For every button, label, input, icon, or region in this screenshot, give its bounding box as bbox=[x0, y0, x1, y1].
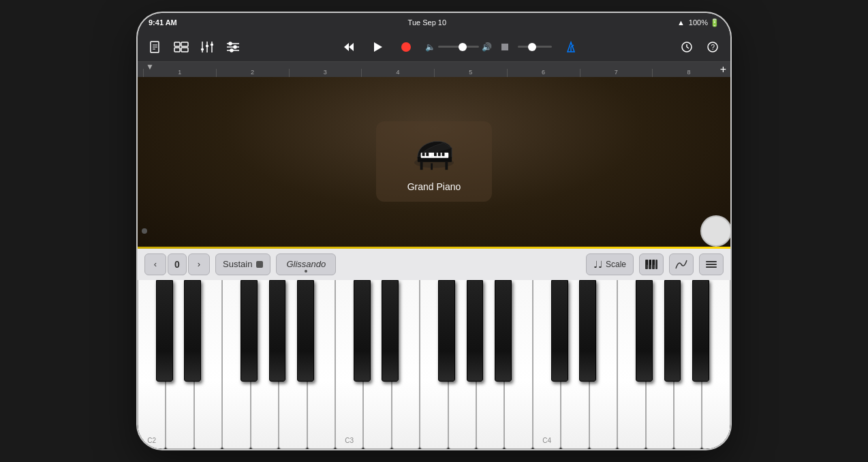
toolbar-right: ? bbox=[677, 37, 722, 57]
instrument-name: Grand Piano bbox=[407, 181, 461, 192]
svg-rect-5 bbox=[174, 48, 180, 52]
mixer-button[interactable] bbox=[198, 37, 217, 57]
black-key-Ds3[interactable] bbox=[382, 280, 399, 382]
status-time: 9:41 AM bbox=[149, 18, 177, 27]
sustain-button[interactable]: Sustain bbox=[215, 253, 270, 275]
black-key-Fs3[interactable] bbox=[438, 280, 455, 382]
octave-prev-button[interactable]: ‹ bbox=[144, 253, 166, 275]
rewind-button[interactable] bbox=[339, 37, 358, 57]
controls-bar: ‹ 0 › Sustain Glissando ♩♩ Scale bbox=[138, 249, 730, 280]
black-key-Fs4[interactable] bbox=[636, 280, 653, 382]
svg-rect-34 bbox=[420, 162, 423, 170]
instrument-card[interactable]: Grand Piano bbox=[376, 121, 492, 202]
ipad-frame: 9:41 AM Tue Sep 10 ▲ 100% 🔋 bbox=[138, 13, 730, 449]
black-key-Cs4[interactable] bbox=[551, 280, 568, 382]
svg-line-29 bbox=[687, 47, 689, 48]
svg-rect-46 bbox=[434, 153, 437, 156]
keyboard-layout-button[interactable] bbox=[639, 253, 664, 275]
white-keys: C2C3C4 bbox=[138, 280, 730, 450]
keyboard: C2C3C4 bbox=[138, 280, 730, 450]
tempo-slider[interactable] bbox=[518, 46, 552, 48]
volume-slider[interactable]: 🔈 🔊 bbox=[425, 42, 492, 52]
ruler-mark-6: 6 bbox=[507, 69, 580, 77]
svg-rect-55 bbox=[653, 260, 655, 265]
ruler-mark-8: 8 bbox=[652, 69, 725, 77]
metronome-button[interactable] bbox=[561, 37, 580, 57]
svg-rect-11 bbox=[201, 48, 204, 50]
svg-rect-44 bbox=[422, 153, 425, 156]
black-key-As3[interactable] bbox=[495, 280, 512, 382]
svg-rect-6 bbox=[181, 42, 188, 46]
clock-button[interactable] bbox=[677, 37, 696, 57]
glissando-button[interactable]: Glissando bbox=[276, 253, 336, 275]
svg-text:?: ? bbox=[711, 44, 715, 51]
help-button[interactable]: ? bbox=[703, 37, 722, 57]
glissando-dot bbox=[305, 270, 307, 273]
svg-rect-52 bbox=[655, 260, 657, 269]
svg-rect-56 bbox=[706, 261, 717, 262]
dot-indicator bbox=[501, 44, 508, 50]
ruler-mark-3: 3 bbox=[289, 69, 362, 77]
svg-rect-48 bbox=[442, 153, 445, 156]
svg-point-18 bbox=[234, 46, 236, 48]
black-key-As4[interactable] bbox=[692, 280, 709, 382]
svg-point-23 bbox=[401, 42, 411, 52]
wifi-icon: ▲ bbox=[677, 18, 685, 27]
black-key-Gs4[interactable] bbox=[664, 280, 681, 382]
svg-rect-35 bbox=[445, 162, 448, 170]
svg-rect-57 bbox=[706, 264, 717, 265]
scale-button[interactable]: ♩♩ Scale bbox=[586, 253, 634, 275]
piano-keyboard[interactable]: C2C3C4 bbox=[138, 280, 730, 450]
octave-value: 0 bbox=[168, 253, 187, 275]
sustain-lock-icon bbox=[256, 261, 263, 268]
svg-rect-47 bbox=[438, 153, 441, 156]
svg-rect-12 bbox=[206, 45, 208, 47]
home-button[interactable] bbox=[700, 215, 730, 247]
black-key-Cs3[interactable] bbox=[354, 280, 371, 382]
ruler-mark-4: 4 bbox=[361, 69, 434, 77]
add-track-button[interactable]: + bbox=[720, 63, 726, 76]
black-key-Ds2[interactable] bbox=[184, 280, 201, 382]
side-dot bbox=[142, 228, 147, 234]
new-song-button[interactable] bbox=[146, 37, 165, 57]
black-key-Gs2[interactable] bbox=[269, 280, 286, 382]
battery-icon: 100% 🔋 bbox=[689, 18, 719, 27]
screen: 9:41 AM Tue Sep 10 ▲ 100% 🔋 bbox=[138, 13, 730, 449]
toolbar: 🔈 🔊 bbox=[138, 32, 730, 62]
record-button[interactable] bbox=[397, 37, 416, 57]
svg-marker-20 bbox=[344, 43, 349, 51]
eq-button[interactable] bbox=[223, 37, 243, 57]
black-key-Ds4[interactable] bbox=[579, 280, 596, 382]
ruler-marks: 1 2 3 4 5 6 7 8 bbox=[143, 62, 725, 77]
ruler-mark-2: 2 bbox=[216, 69, 289, 77]
black-key-Cs2[interactable] bbox=[156, 280, 173, 382]
grand-piano-icon bbox=[410, 135, 458, 174]
octave-controls: ‹ 0 › bbox=[144, 253, 210, 275]
svg-rect-4 bbox=[174, 42, 180, 46]
instrument-area: Grand Piano bbox=[138, 77, 730, 247]
arpeggio-button[interactable] bbox=[669, 253, 694, 275]
svg-rect-58 bbox=[706, 266, 717, 268]
svg-rect-13 bbox=[211, 44, 213, 46]
playhead: ▼ bbox=[146, 62, 154, 72]
svg-point-19 bbox=[230, 49, 233, 52]
svg-rect-45 bbox=[426, 153, 429, 156]
tracks-button[interactable] bbox=[172, 37, 191, 57]
ruler-mark-7: 7 bbox=[580, 69, 653, 77]
status-date: Tue Sep 10 bbox=[408, 18, 446, 27]
play-button[interactable] bbox=[368, 37, 387, 57]
toolbar-left bbox=[146, 37, 243, 57]
status-bar: 9:41 AM Tue Sep 10 ▲ 100% 🔋 bbox=[138, 13, 730, 32]
svg-rect-7 bbox=[181, 48, 188, 52]
svg-marker-22 bbox=[374, 42, 382, 52]
octave-next-button[interactable]: › bbox=[188, 253, 210, 275]
timeline-ruler: ▼ 1 2 3 4 5 6 7 8 + bbox=[138, 62, 730, 77]
svg-point-17 bbox=[229, 42, 232, 45]
svg-rect-36 bbox=[431, 164, 433, 170]
chord-button[interactable] bbox=[699, 253, 724, 275]
svg-rect-53 bbox=[647, 260, 648, 265]
black-key-Fs2[interactable] bbox=[241, 280, 258, 382]
svg-rect-54 bbox=[650, 260, 651, 265]
black-key-Gs3[interactable] bbox=[467, 280, 484, 382]
black-key-As2[interactable] bbox=[297, 280, 314, 382]
